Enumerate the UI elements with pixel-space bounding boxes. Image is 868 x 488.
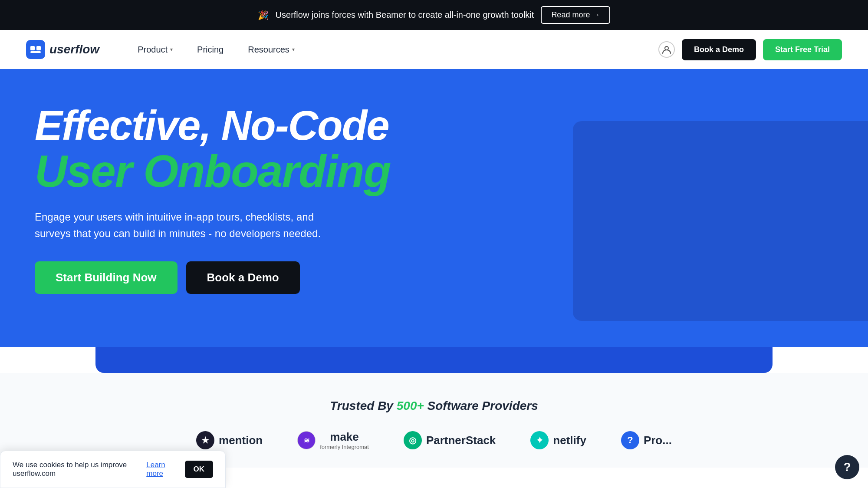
make-icon: ≋: [297, 431, 316, 449]
make-subtitle: formerly Integromat: [320, 444, 369, 450]
banner-emoji: 🎉: [258, 10, 269, 20]
cookie-ok-button[interactable]: OK: [185, 461, 214, 468]
netlify-logo: ✦ netlify: [530, 431, 586, 449]
make-logo: ≋ make formerly Integromat: [297, 430, 369, 450]
start-free-trial-button[interactable]: Start Free Trial: [763, 39, 842, 60]
svg-rect-1: [36, 46, 41, 50]
trusted-suffix: Software Providers: [424, 399, 538, 412]
extra-icon: ?: [621, 431, 639, 449]
mention-label: mention: [219, 434, 263, 447]
banner-text: Userflow joins forces with Beamer to cre…: [276, 10, 534, 20]
make-label: make: [320, 430, 369, 444]
extra-label: Pro...: [644, 434, 672, 447]
cookie-text: We use cookies to help us improve userfl…: [13, 461, 138, 468]
book-demo-button[interactable]: Book a Demo: [682, 39, 756, 60]
start-building-button[interactable]: Start Building Now: [35, 261, 178, 294]
partnerstack-logo: ◎ PartnerStack: [404, 431, 496, 449]
hero-buttons: Start Building Now Book a Demo: [35, 261, 425, 320]
hero-subtitle: Engage your users with intuitive in-app …: [35, 209, 347, 242]
partnerstack-icon: ◎: [404, 431, 422, 449]
trusted-count: 500+: [397, 399, 424, 412]
nav-links: Product ▾ Pricing Resources ▾: [125, 30, 658, 69]
extra-logo: ? Pro...: [621, 431, 672, 449]
nav-resources[interactable]: Resources ▾: [236, 30, 307, 69]
hero-title-line2: User Onboarding: [35, 148, 425, 195]
mention-icon: ★: [196, 431, 214, 449]
hero-bottom-panel: [95, 347, 773, 373]
logo-link[interactable]: userflow: [26, 40, 99, 59]
user-account-icon[interactable]: [658, 41, 675, 58]
book-demo-hero-button[interactable]: Book a Demo: [186, 261, 300, 294]
partnerstack-label: PartnerStack: [426, 434, 496, 447]
mention-logo: ★ mention: [196, 431, 263, 449]
brand-logos-row: ★ mention ≋ make formerly Integromat ◎ P…: [35, 430, 833, 450]
hero-right-decoration: [573, 121, 868, 321]
trusted-title: Trusted By 500+ Software Providers: [35, 399, 833, 413]
nav-pricing[interactable]: Pricing: [185, 30, 236, 69]
nav-actions: Book a Demo Start Free Trial: [658, 39, 842, 60]
hero-content: Effective, No-Code User Onboarding Engag…: [35, 104, 425, 320]
navbar: userflow Product ▾ Pricing Resources ▾ B…: [0, 30, 868, 69]
logo-icon: [26, 40, 45, 59]
svg-rect-2: [30, 51, 41, 53]
product-chevron-icon: ▾: [170, 46, 173, 53]
cookie-banner: We use cookies to help us improve userfl…: [0, 451, 226, 468]
announcement-banner: 🎉 Userflow joins forces with Beamer to c…: [0, 0, 868, 30]
hero-bottom-bar: [0, 321, 868, 347]
hero-title: Effective, No-Code User Onboarding: [35, 104, 425, 195]
logo-text: userflow: [49, 43, 99, 56]
hero-section: Effective, No-Code User Onboarding Engag…: [0, 69, 868, 321]
trusted-prefix: Trusted By: [330, 399, 397, 412]
netlify-label: netlify: [553, 434, 586, 447]
read-more-button[interactable]: Read more →: [541, 6, 610, 24]
netlify-icon: ✦: [530, 431, 549, 449]
svg-rect-0: [30, 46, 35, 50]
resources-chevron-icon: ▾: [292, 46, 295, 53]
svg-point-3: [665, 46, 668, 50]
hero-title-line1: Effective, No-Code: [35, 102, 389, 148]
nav-product[interactable]: Product ▾: [125, 30, 185, 69]
cookie-learn-more-link[interactable]: Learn more: [146, 461, 176, 468]
